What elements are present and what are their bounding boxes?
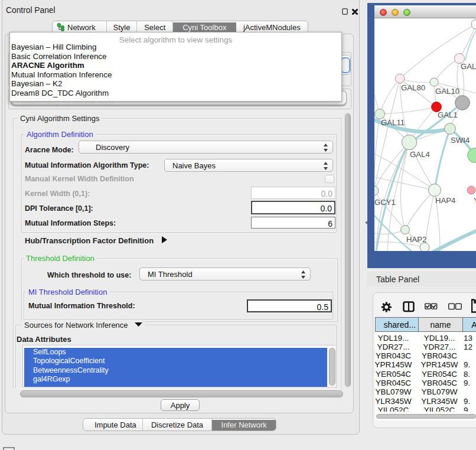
svg-text:GAL10: GAL10: [435, 87, 459, 96]
svg-text:GAL11: GAL11: [381, 118, 405, 127]
svg-text:HAP4: HAP4: [435, 196, 455, 205]
svg-text:GAL: GAL: [461, 62, 476, 71]
svg-text:GCY1: GCY1: [374, 198, 396, 207]
svg-text:GAL1: GAL1: [438, 110, 458, 119]
svg-text:Y: Y: [474, 196, 476, 205]
svg-text:SWI4: SWI4: [451, 136, 470, 145]
svg-text:GAL4: GAL4: [410, 150, 430, 159]
svg-text:GAL80: GAL80: [401, 83, 425, 92]
svg-text:HAP2: HAP2: [406, 235, 426, 244]
